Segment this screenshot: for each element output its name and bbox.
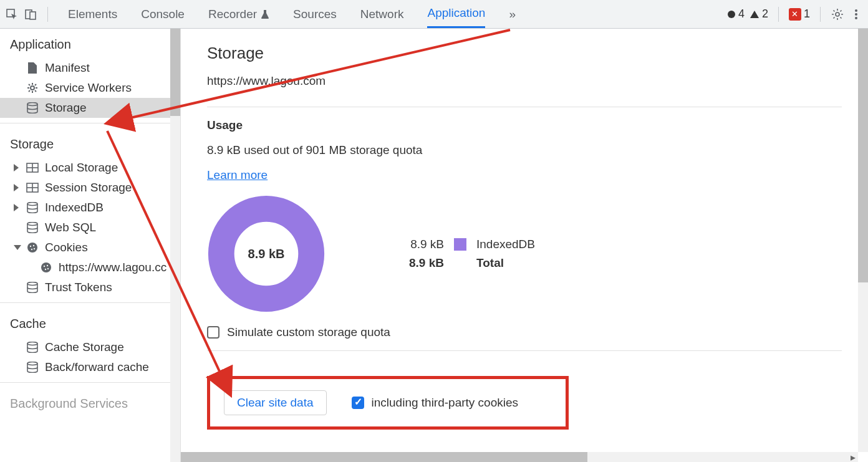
tab-sources[interactable]: Sources	[293, 1, 337, 27]
sidebar-item-trust-tokens[interactable]: Trust Tokens	[0, 277, 170, 297]
content-vscrollbar[interactable]	[858, 29, 868, 452]
sidebar-item-label: https://www.lagou.cc	[59, 261, 166, 274]
toolbar-tabs: Elements Console Recorder Sources Networ…	[68, 0, 516, 28]
settings-icon[interactable]	[831, 7, 844, 21]
svg-point-25	[47, 265, 48, 266]
learn-more-link[interactable]: Learn more	[207, 168, 268, 181]
content-pane: Storage https://www.lagou.com Usage 8.9 …	[181, 29, 868, 462]
database-icon	[26, 361, 39, 373]
chevron-down-icon[interactable]	[14, 245, 21, 250]
chevron-right-icon[interactable]	[14, 184, 19, 191]
sidebar-item-web-sql[interactable]: Web SQL	[0, 218, 170, 238]
sidebar-item-local-storage[interactable]: Local Storage	[0, 158, 170, 178]
log-count[interactable]: 4	[727, 7, 745, 21]
sidebar-item-label: Storage	[45, 101, 87, 115]
flask-icon	[261, 9, 269, 19]
sidebar-item-cookies[interactable]: Cookies	[0, 238, 170, 257]
donut-chart: 8.9 kB	[207, 195, 326, 313]
content-hscrollbar[interactable]: ▸	[181, 452, 858, 462]
donut-center-label: 8.9 kB	[207, 195, 326, 313]
database-icon	[26, 341, 39, 354]
sidebar-item-bf-cache[interactable]: Back/forward cache	[0, 357, 170, 377]
third-party-row: including third-party cookies	[352, 396, 519, 410]
table-icon	[26, 181, 39, 194]
gear-icon	[26, 82, 39, 94]
sidebar-item-session-storage[interactable]: Session Storage	[0, 178, 170, 198]
toolbar-right: 4 2 ✕1	[727, 7, 863, 22]
database-icon	[26, 281, 39, 294]
svg-point-22	[34, 248, 35, 249]
divider	[0, 302, 170, 303]
cookie-icon	[40, 261, 52, 274]
third-party-checkbox[interactable]	[352, 397, 364, 409]
sidebar-item-manifest[interactable]: Manifest	[0, 58, 170, 78]
storage-chart: 8.9 kB 8.9 kB IndexedDB 8.9 kB Total	[207, 195, 842, 313]
tab-console[interactable]: Console	[141, 1, 185, 27]
section-cache: Cache	[0, 308, 170, 337]
legend-row-total: 8.9 kB Total	[400, 256, 535, 270]
svg-point-6	[855, 13, 857, 16]
clear-site-data-box: Clear site data including third-party co…	[207, 376, 569, 430]
error-badge-icon: ✕	[789, 8, 801, 21]
sidebar-item-label: Trust Tokens	[45, 281, 112, 294]
sidebar-item-label: Web SQL	[45, 221, 96, 234]
sidebar-item-label: Back/forward cache	[45, 360, 149, 374]
scroll-right-icon[interactable]: ▸	[848, 452, 858, 462]
tab-application[interactable]: Application	[427, 0, 485, 28]
more-icon[interactable]	[849, 7, 863, 21]
sidebar-item-storage[interactable]: Storage	[0, 98, 170, 118]
sidebar-item-service-workers[interactable]: Service Workers	[0, 78, 170, 98]
tabs-overflow-icon[interactable]: »	[509, 1, 516, 27]
svg-point-21	[31, 249, 32, 250]
svg-point-26	[45, 269, 46, 270]
tab-network[interactable]: Network	[360, 1, 404, 27]
sidebar-item-label: Manifest	[45, 61, 90, 75]
svg-point-5	[855, 9, 857, 12]
sidebar-item-cache-storage[interactable]: Cache Storage	[0, 337, 170, 357]
database-icon	[26, 221, 39, 234]
sidebar-scrollbar-thumb[interactable]	[170, 29, 180, 116]
simulate-quota-label: Simulate custom storage quota	[227, 325, 390, 339]
main: Application Manifest Service Workers Sto…	[0, 29, 868, 462]
svg-point-29	[27, 342, 37, 345]
tab-recorder[interactable]: Recorder	[208, 1, 269, 27]
svg-point-4	[836, 12, 839, 16]
clear-site-data-button[interactable]: Clear site data	[224, 390, 327, 415]
divider	[778, 7, 779, 22]
sidebar-scrollbar[interactable]	[170, 29, 180, 462]
svg-point-28	[27, 282, 37, 286]
legend-swatch-icon	[454, 238, 466, 251]
chevron-right-icon[interactable]	[14, 164, 19, 171]
legend-size: 8.9 kB	[400, 238, 444, 251]
sidebar-item-label: Cookies	[45, 241, 88, 254]
content-vscroll-thumb[interactable]	[858, 29, 868, 282]
content-hscroll-thumb[interactable]	[181, 452, 587, 462]
usage-heading: Usage	[207, 118, 842, 132]
sidebar-item-indexeddb[interactable]: IndexedDB	[0, 198, 170, 218]
toolbar-left	[5, 7, 53, 22]
inspect-icon[interactable]	[5, 7, 19, 21]
svg-point-3	[728, 11, 735, 18]
sidebar-item-label: Session Storage	[45, 181, 132, 195]
tab-elements[interactable]: Elements	[68, 1, 117, 27]
table-icon	[26, 161, 39, 174]
chart-legend: 8.9 kB IndexedDB 8.9 kB Total	[400, 233, 535, 275]
svg-point-23	[41, 262, 51, 272]
sidebar-item-cookie-origin[interactable]: https://www.lagou.cc	[0, 257, 170, 277]
database-icon	[26, 102, 39, 114]
chevron-right-icon[interactable]	[14, 204, 19, 211]
svg-point-9	[27, 103, 37, 106]
section-application: Application	[0, 29, 170, 58]
divider	[47, 7, 48, 22]
warning-count[interactable]: 2	[750, 7, 768, 21]
legend-label: Total	[476, 256, 504, 270]
svg-point-7	[855, 17, 857, 19]
error-count[interactable]: ✕1	[789, 7, 810, 21]
sidebar-item-label: IndexedDB	[45, 201, 104, 214]
page-title: Storage	[207, 44, 842, 63]
divider	[0, 123, 170, 123]
simulate-quota-checkbox[interactable]	[207, 326, 219, 339]
device-toggle-icon[interactable]	[24, 7, 37, 21]
svg-point-18	[27, 243, 37, 253]
legend-row-indexeddb: 8.9 kB IndexedDB	[400, 238, 535, 251]
